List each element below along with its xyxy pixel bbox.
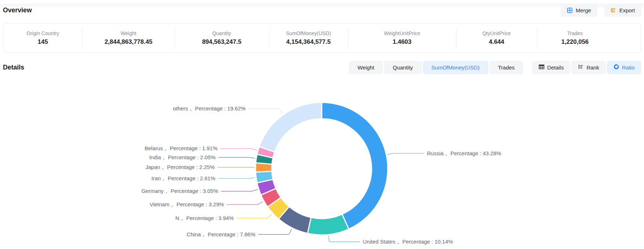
view-tab-label: Details bbox=[547, 64, 564, 71]
label-line-united-states bbox=[329, 236, 360, 242]
top-actions: Merge Export bbox=[561, 4, 641, 17]
stat-value: 2,844,863,778.45 bbox=[104, 38, 152, 46]
export-button[interactable]: Export bbox=[604, 4, 641, 17]
stat-cell-origin-country: Origin Country145 bbox=[3, 24, 82, 52]
stat-value: 1.4603 bbox=[393, 38, 412, 46]
label-line-india bbox=[218, 157, 255, 159]
merge-button[interactable]: Merge bbox=[561, 4, 597, 17]
slice-label-germany: Germany， Percentage : 3.05% bbox=[141, 188, 218, 194]
merge-icon bbox=[567, 7, 573, 13]
view-tab-rank[interactable]: Rank bbox=[571, 61, 606, 74]
metric-tab-quantity[interactable]: Quantity bbox=[384, 61, 422, 74]
slice-label-vietnam: Vietnam， Percentage : 3.29% bbox=[150, 201, 224, 207]
metric-tabs: WeightQuantitySumOfMoney(USD)Trades bbox=[349, 61, 523, 74]
rank-icon bbox=[578, 64, 584, 71]
view-tab-label: Ratio bbox=[622, 64, 635, 71]
stat-label: Quantity bbox=[212, 30, 231, 36]
stat-label: Trades bbox=[567, 30, 583, 36]
details-title: Details bbox=[3, 64, 24, 71]
merge-button-label: Merge bbox=[576, 7, 591, 13]
metric-tab-sumofmoney-usd-[interactable]: SumOfMoney(USD) bbox=[423, 61, 488, 74]
slice-label-belarus: Belarus， Percentage : 1.91% bbox=[145, 145, 218, 151]
slice-label-india: India， Percentage : 2.05% bbox=[149, 154, 215, 160]
view-tab-ratio[interactable]: Ratio bbox=[607, 61, 641, 74]
slice-label-china: China， Percentage : 7.86% bbox=[186, 231, 255, 237]
slice-label-n: N， Percentage : 3.94% bbox=[175, 215, 234, 221]
stat-cell-trades: Trades1,220,056 bbox=[537, 24, 613, 52]
stat-cell-qtyunitprice: QtyUnitPrice4.644 bbox=[456, 24, 537, 52]
slice-label-iran: Iran， Percentage : 2.61% bbox=[151, 175, 215, 181]
metric-tab-label: Weight bbox=[357, 64, 374, 71]
label-line-belarus bbox=[220, 148, 257, 150]
donut-slice-others[interactable] bbox=[259, 102, 322, 152]
label-line-germany bbox=[221, 189, 258, 191]
slice-label-others: others， Percentage : 19.62% bbox=[173, 105, 246, 111]
slice-label-russia: Russia， Percentage : 43.28% bbox=[427, 150, 501, 156]
overview-header: Overview Merge Export bbox=[3, 4, 641, 17]
metric-tab-weight[interactable]: Weight bbox=[349, 61, 383, 74]
stat-label: Origin Country bbox=[26, 30, 59, 36]
stat-label: SumOfMoney(USD) bbox=[286, 30, 331, 36]
trade-dashboard: Overview Merge Export Origin Country145W… bbox=[0, 4, 644, 249]
details-header: Details WeightQuantitySumOfMoney(USD)Tra… bbox=[3, 60, 641, 74]
stat-value: 1,220,056 bbox=[561, 38, 589, 46]
label-line-russia bbox=[387, 153, 424, 155]
view-tab-details[interactable]: Details bbox=[532, 61, 570, 74]
metric-tab-label: Quantity bbox=[393, 64, 413, 71]
stat-cell-sumofmoney-usd-: SumOfMoney(USD)4,154,364,577.5 bbox=[269, 24, 348, 52]
stat-value: 145 bbox=[38, 38, 48, 46]
view-tabs: DetailsRankRatio bbox=[532, 61, 641, 74]
label-line-iran bbox=[218, 178, 255, 178]
metric-tab-label: Trades bbox=[498, 64, 515, 71]
label-line-vietnam bbox=[227, 202, 263, 204]
label-line-china bbox=[258, 229, 292, 235]
donut-icon bbox=[613, 64, 619, 71]
stat-label: Weight bbox=[121, 30, 136, 36]
stat-value: 4.644 bbox=[489, 38, 505, 46]
stat-spacer bbox=[613, 24, 641, 52]
view-tab-label: Rank bbox=[587, 64, 599, 71]
stat-value: 4,154,364,577.5 bbox=[286, 38, 331, 46]
donut-chart-svg: Russia， Percentage : 43.28%United States… bbox=[0, 74, 644, 247]
donut-slice-united-states[interactable] bbox=[308, 214, 349, 235]
stat-cell-weightunitprice: WeightUnitPrice1.4603 bbox=[348, 24, 456, 52]
ratio-donut-chart: Russia， Percentage : 43.28%United States… bbox=[0, 74, 644, 247]
metric-tab-label: SumOfMoney(USD) bbox=[432, 64, 480, 71]
stat-value: 894,563,247.5 bbox=[202, 38, 241, 46]
slice-label-united-states: United States， Percentage : 10.14% bbox=[363, 239, 453, 245]
label-line-n bbox=[237, 214, 272, 218]
overview-stats-card: Origin Country145Weight2,844,863,778.45Q… bbox=[3, 23, 641, 53]
stat-cell-weight: Weight2,844,863,778.45 bbox=[82, 24, 175, 52]
slice-label-japan: Japan， Percentage : 2.25% bbox=[145, 164, 215, 170]
table-icon bbox=[538, 64, 545, 71]
stat-label: QtyUnitPrice bbox=[482, 30, 511, 36]
label-line-others bbox=[249, 109, 283, 114]
export-icon bbox=[610, 7, 617, 13]
stat-label: WeightUnitPrice bbox=[384, 30, 420, 36]
export-button-label: Export bbox=[619, 7, 635, 13]
metric-tab-trades[interactable]: Trades bbox=[489, 61, 523, 74]
overview-title: Overview bbox=[3, 7, 32, 14]
stat-cell-quantity: Quantity894,563,247.5 bbox=[175, 24, 269, 52]
donut-slice-russia[interactable] bbox=[322, 102, 388, 229]
